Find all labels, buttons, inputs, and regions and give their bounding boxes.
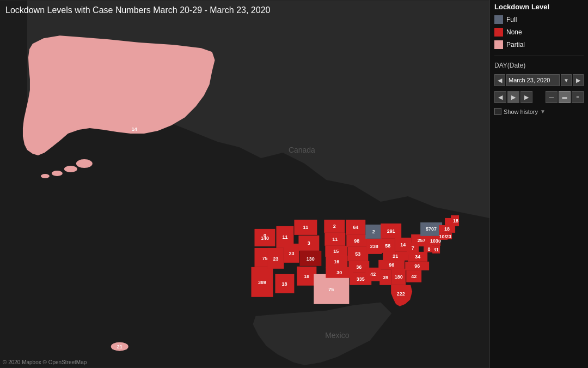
extra-label-0: 0 <box>264 233 266 238</box>
date-prev-button[interactable]: ◀ <box>494 74 505 86</box>
playback-play-button[interactable]: ▶ <box>507 91 519 103</box>
mo-shape <box>347 247 368 261</box>
alaska-island1 <box>76 159 93 168</box>
nv-shape <box>267 248 284 269</box>
map-title: Lockdown Levels with Case Numbers March … <box>5 5 270 15</box>
legend-title: Lockdown Level <box>494 3 584 11</box>
legend-item-full: Full <box>494 15 584 24</box>
md-shape <box>424 246 434 252</box>
in-shape <box>381 239 395 253</box>
legend-color-full <box>494 15 503 24</box>
alaska-island4 <box>41 174 50 178</box>
mn-shape <box>346 220 365 235</box>
ks-shape <box>326 256 347 268</box>
mi-shape <box>381 224 401 239</box>
legend-item-none: None <box>494 28 584 37</box>
legend-item-partial: Partial <box>494 40 584 49</box>
tn-shape <box>378 260 405 270</box>
show-history-checkbox[interactable] <box>494 108 501 115</box>
alaska-island3 <box>52 171 63 176</box>
me-shape <box>451 215 459 226</box>
filter-dimension-label: DAY(Date) <box>494 62 584 69</box>
ga-shape <box>391 269 406 285</box>
map-container: Lockdown Levels with Case Numbers March … <box>0 0 490 368</box>
legend-label-none: None <box>506 28 522 36</box>
view-medium-button[interactable]: ▬ <box>559 91 571 103</box>
hawaii-shape <box>111 342 128 351</box>
date-select[interactable]: March 23, 2020 <box>506 74 560 86</box>
legend-label-partial: Partial <box>506 41 525 49</box>
ms-shape <box>365 268 381 281</box>
va-shape <box>408 252 427 262</box>
show-history-label: Show history <box>504 108 538 115</box>
nc-shape <box>405 262 429 270</box>
co-shape <box>299 251 321 266</box>
legend-color-partial <box>494 40 503 49</box>
az-shape <box>275 274 294 293</box>
right-panel: Lockdown Level Full None Partial DAY(Dat… <box>490 0 588 368</box>
legend-color-none <box>494 28 503 37</box>
ri-shape <box>446 233 452 239</box>
al-shape <box>379 270 391 285</box>
ia-shape <box>346 235 367 247</box>
ma-shape <box>439 225 455 233</box>
mexico-label: Mexico <box>325 331 349 340</box>
playback-prev-button[interactable]: ◀ <box>494 91 506 103</box>
tx-shape <box>314 274 349 304</box>
wy-shape <box>298 236 319 251</box>
legend-label-full: Full <box>506 16 517 23</box>
playback-row: ◀ ▶ ▶ — ▬ ≡ <box>494 91 584 103</box>
view-compact-button[interactable]: — <box>546 91 558 103</box>
ut-shape <box>284 244 299 263</box>
nm-shape <box>297 267 316 286</box>
alaska-island2 <box>64 166 77 172</box>
pa-shape <box>411 234 432 246</box>
date-navigation-row: ◀ March 23, 2020 ▼ ▶ <box>494 74 584 86</box>
view-full-button[interactable]: ≡ <box>572 91 584 103</box>
date-next-button[interactable]: ▶ <box>573 74 584 86</box>
playback-next-button[interactable]: ▶ <box>520 91 532 103</box>
panel-divider <box>494 56 584 56</box>
sc-shape <box>406 270 421 282</box>
vt-shape <box>445 218 451 226</box>
sd-shape <box>324 233 345 246</box>
ne-shape <box>325 246 347 257</box>
ky-shape <box>383 252 408 261</box>
il-shape <box>366 239 382 254</box>
map-svg: 14 140 75 389 11 23 23 18 11 3 130 <box>0 0 489 368</box>
date-dropdown-button[interactable]: ▼ <box>561 74 572 86</box>
show-history-dropdown-arrow[interactable]: ▼ <box>540 108 546 114</box>
show-history-row: Show history ▼ <box>494 108 584 115</box>
map-attribution: © 2020 Mapbox © OpenStreetMap <box>3 359 87 365</box>
ca-shape <box>251 267 273 297</box>
wi-shape <box>365 225 382 239</box>
mt-shape <box>294 220 317 235</box>
canada-label: Canada <box>289 146 315 154</box>
nd-shape <box>324 220 345 233</box>
